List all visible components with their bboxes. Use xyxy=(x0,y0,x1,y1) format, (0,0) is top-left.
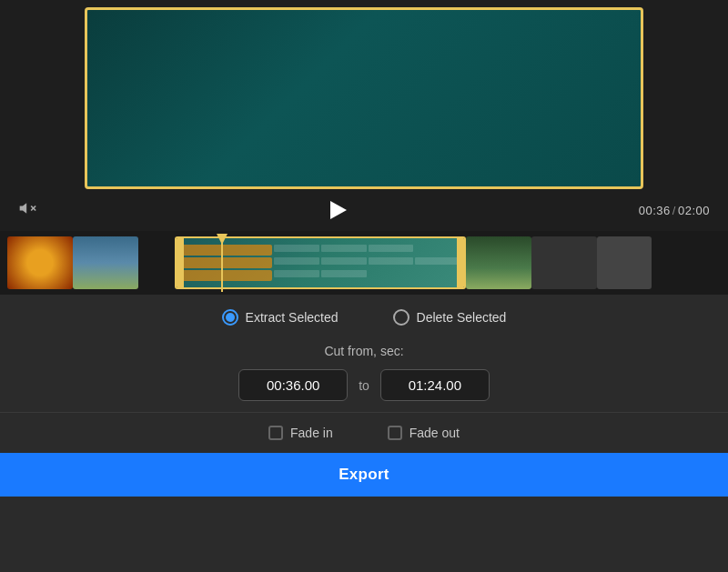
video-frame xyxy=(85,7,643,189)
mini-blocks xyxy=(177,241,464,285)
cut-inputs: 00:36.00 to 01:24.00 xyxy=(238,369,490,401)
controls-left xyxy=(18,199,36,222)
segment-handle-left[interactable] xyxy=(177,238,184,287)
mute-button[interactable] xyxy=(18,199,36,222)
segment-handle-right[interactable] xyxy=(457,238,464,287)
extract-label: Extract Selected xyxy=(246,310,339,325)
export-button[interactable]: Export xyxy=(0,453,728,497)
timeline-thumb-1[interactable] xyxy=(7,236,73,289)
video-preview-container xyxy=(0,0,728,189)
fade-in-option[interactable]: Fade in xyxy=(268,426,333,440)
fade-out-checkbox[interactable] xyxy=(388,426,402,440)
controls-right: 00:36/02:00 xyxy=(639,204,710,217)
timeline-selected-segment[interactable] xyxy=(175,236,466,289)
cut-to-separator: to xyxy=(359,378,369,393)
delete-selected-option[interactable]: Delete Selected xyxy=(393,309,507,326)
thumb-2-content xyxy=(73,236,138,289)
time-display: 00:36/02:00 xyxy=(639,204,710,217)
play-icon xyxy=(330,201,347,219)
thumb-5-content xyxy=(597,236,652,289)
delete-label: Delete Selected xyxy=(417,310,507,325)
svg-marker-0 xyxy=(20,203,27,214)
extract-delete-options: Extract Selected Delete Selected xyxy=(0,295,728,333)
timeline-area[interactable] xyxy=(0,231,728,295)
fade-in-checkbox[interactable] xyxy=(268,426,283,440)
controls-bar: 00:36/02:00 xyxy=(0,189,728,231)
thumb-4-content xyxy=(531,236,597,289)
timeline-thumb-2[interactable] xyxy=(73,236,138,289)
time-total: 02:00 xyxy=(678,204,710,217)
fade-out-label: Fade out xyxy=(410,426,460,440)
fade-out-option[interactable]: Fade out xyxy=(388,426,460,440)
cut-to-input[interactable]: 01:24.00 xyxy=(380,369,490,401)
playhead[interactable] xyxy=(221,234,223,292)
play-button[interactable] xyxy=(323,196,352,225)
thumb-1-content xyxy=(7,236,73,289)
timeline-track xyxy=(0,234,728,292)
time-separator: / xyxy=(672,204,676,217)
cut-label: Cut from, sec: xyxy=(324,344,403,358)
time-current: 00:36 xyxy=(639,204,671,217)
cut-section: Cut from, sec: 00:36.00 to 01:24.00 xyxy=(0,333,728,412)
timeline-thumb-3[interactable] xyxy=(466,236,531,289)
timeline-thumb-4[interactable] xyxy=(531,236,597,289)
cut-from-input[interactable]: 00:36.00 xyxy=(238,369,348,401)
timeline-thumb-5[interactable] xyxy=(597,236,652,289)
controls-center xyxy=(323,196,352,225)
thumb-3-content xyxy=(466,236,531,289)
delete-radio[interactable] xyxy=(393,309,410,326)
extract-selected-option[interactable]: Extract Selected xyxy=(222,309,339,326)
extract-radio[interactable] xyxy=(222,309,238,326)
fade-in-label: Fade in xyxy=(290,426,333,440)
selected-segment-content xyxy=(177,238,464,287)
fade-section: Fade in Fade out xyxy=(0,413,728,453)
